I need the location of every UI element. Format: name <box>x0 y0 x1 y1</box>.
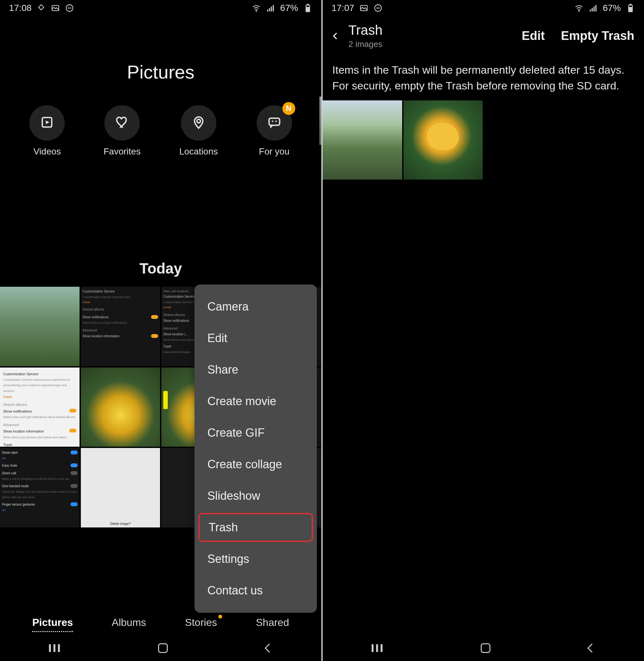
svg-rect-9 <box>307 4 309 5</box>
category-chips-row: Videos Favorites Locations N <box>0 105 321 157</box>
status-bar: 17:07 67% <box>323 0 644 16</box>
thumbnail[interactable]: Customization Service Customization Serv… <box>81 287 160 366</box>
trash-grid <box>323 100 644 180</box>
trash-thumbnail[interactable] <box>404 100 483 180</box>
chat-stars-icon <box>267 115 281 131</box>
menu-camera[interactable]: Camera <box>194 291 317 323</box>
tab-shared[interactable]: Shared <box>256 617 289 632</box>
battery-icon <box>303 3 312 13</box>
trash-thumbnail[interactable] <box>323 100 402 180</box>
menu-create-collage[interactable]: Create collage <box>194 449 317 480</box>
tab-stories[interactable]: Stories <box>185 617 217 632</box>
svg-rect-4 <box>267 10 268 11</box>
svg-point-12 <box>197 119 200 123</box>
menu-trash[interactable]: Trash <box>198 513 313 542</box>
menu-create-gif[interactable]: Create GIF <box>194 417 317 449</box>
signal-icon <box>266 3 275 13</box>
menu-edit[interactable]: Edit <box>194 323 317 354</box>
section-today: Today <box>0 260 321 277</box>
menu-contact-us[interactable]: Contact us <box>194 575 317 606</box>
chip-locations[interactable]: Locations <box>179 105 218 157</box>
image-notif-icon <box>51 3 60 13</box>
signal-icon <box>589 3 598 13</box>
page-title: Pictures <box>0 61 321 83</box>
svg-rect-10 <box>306 7 309 11</box>
clock: 17:07 <box>332 3 354 13</box>
bottom-tabs: Pictures Albums Stories Shared <box>0 617 321 632</box>
edit-button[interactable]: Edit <box>522 29 545 43</box>
edge-panel-handle[interactable] <box>319 97 321 145</box>
menu-share[interactable]: Share <box>194 354 317 385</box>
battery-percent: 67% <box>280 3 298 13</box>
dnd-icon <box>65 3 74 13</box>
svg-rect-23 <box>630 4 631 5</box>
play-square-icon <box>40 115 54 131</box>
home-button[interactable] <box>158 643 168 653</box>
thumbnail[interactable] <box>81 368 160 447</box>
svg-rect-7 <box>273 5 274 11</box>
svg-point-3 <box>256 10 257 11</box>
recents-button[interactable] <box>372 644 383 652</box>
pin-icon <box>191 115 206 131</box>
chip-favorites[interactable]: Favorites <box>104 105 140 157</box>
svg-point-17 <box>579 10 579 11</box>
notification-dot-icon <box>218 615 222 618</box>
svg-rect-19 <box>592 8 593 11</box>
dnd-icon <box>373 3 383 13</box>
right-screenshot: 17:07 67% Trash 2 image <box>323 0 644 661</box>
menu-settings[interactable]: Settings <box>194 543 317 575</box>
svg-rect-21 <box>595 5 597 11</box>
thumbnail[interactable]: Delete image? <box>81 448 160 527</box>
wifi-icon <box>574 3 583 13</box>
system-nav-bar <box>0 635 321 661</box>
photos-sync-icon <box>37 3 46 13</box>
left-screenshot: 17:08 67% Pictures <box>0 0 321 661</box>
back-button[interactable] <box>264 644 273 653</box>
svg-rect-20 <box>594 6 595 11</box>
recents-button[interactable] <box>49 644 60 652</box>
menu-create-movie[interactable]: Create movie <box>194 385 317 417</box>
back-button[interactable] <box>587 644 596 653</box>
overflow-menu: Camera Edit Share Create movie Create GI… <box>194 284 317 613</box>
menu-slideshow[interactable]: Slideshow <box>194 480 317 512</box>
clock: 17:08 <box>9 3 31 13</box>
heart-icon <box>115 115 129 131</box>
svg-rect-13 <box>269 118 279 125</box>
tab-pictures[interactable]: Pictures <box>32 617 73 632</box>
trash-subtitle: 2 images <box>348 39 383 49</box>
back-arrow-button[interactable] <box>329 30 342 43</box>
chip-for-you[interactable]: N For you <box>257 105 292 157</box>
empty-trash-button[interactable]: Empty Trash <box>561 29 634 43</box>
trash-info-text: Items in the Trash will be permanently d… <box>323 52 644 100</box>
svg-rect-18 <box>590 10 591 11</box>
svg-rect-5 <box>269 8 270 11</box>
home-button[interactable] <box>481 643 490 653</box>
tab-albums[interactable]: Albums <box>112 617 146 632</box>
battery-percent: 67% <box>603 3 621 13</box>
image-notif-icon <box>359 3 368 13</box>
trash-title: Trash <box>348 23 383 38</box>
thumbnail[interactable]: Customization Service Customization Serv… <box>0 368 79 447</box>
battery-icon <box>626 3 635 13</box>
svg-rect-6 <box>271 6 272 11</box>
chip-videos[interactable]: Videos <box>29 105 65 157</box>
wifi-icon <box>252 3 261 13</box>
new-badge: N <box>282 102 295 115</box>
system-nav-bar <box>323 635 644 661</box>
thumbnail[interactable] <box>0 287 79 366</box>
svg-rect-24 <box>629 7 632 11</box>
status-bar: 17:08 67% <box>0 0 321 16</box>
trash-header: Trash 2 images Edit Empty Trash <box>323 16 644 52</box>
thumbnail[interactable]: Smart alert On Easy mute Direct call Mak… <box>0 448 79 527</box>
